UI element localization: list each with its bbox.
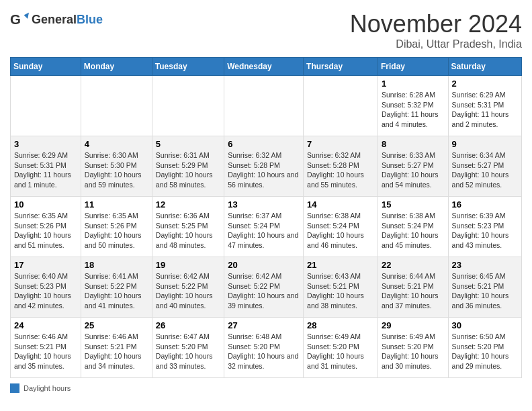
day-info: Sunrise: 6:29 AM Sunset: 5:31 PM Dayligh… <box>14 150 77 190</box>
table-cell: 16Sunrise: 6:39 AM Sunset: 5:23 PM Dayli… <box>448 197 521 257</box>
table-cell: 14Sunrise: 6:38 AM Sunset: 5:24 PM Dayli… <box>304 197 378 257</box>
table-cell <box>81 76 152 136</box>
day-info: Sunrise: 6:46 AM Sunset: 5:21 PM Dayligh… <box>85 332 148 371</box>
day-info: Sunrise: 6:49 AM Sunset: 5:20 PM Dayligh… <box>307 332 374 371</box>
day-info: Sunrise: 6:40 AM Sunset: 5:23 PM Dayligh… <box>14 271 77 311</box>
table-cell: 22Sunrise: 6:44 AM Sunset: 5:21 PM Dayli… <box>378 257 448 318</box>
day-info: Sunrise: 6:35 AM Sunset: 5:26 PM Dayligh… <box>85 211 148 250</box>
day-number: 10 <box>14 199 77 210</box>
table-cell: 12Sunrise: 6:36 AM Sunset: 5:25 PM Dayli… <box>152 197 224 257</box>
header-row: Sunday Monday Tuesday Wednesday Thursday… <box>11 58 522 76</box>
day-number: 9 <box>452 139 518 149</box>
day-number: 29 <box>382 320 445 330</box>
day-info: Sunrise: 6:41 AM Sunset: 5:22 PM Dayligh… <box>85 271 148 311</box>
day-info: Sunrise: 6:38 AM Sunset: 5:24 PM Dayligh… <box>307 211 374 250</box>
day-info: Sunrise: 6:30 AM Sunset: 5:30 PM Dayligh… <box>85 150 148 190</box>
table-cell <box>304 76 378 136</box>
table-cell: 19Sunrise: 6:42 AM Sunset: 5:22 PM Dayli… <box>152 257 224 318</box>
table-cell: 6Sunrise: 6:32 AM Sunset: 5:28 PM Daylig… <box>224 136 304 197</box>
day-number: 23 <box>452 260 518 270</box>
day-info: Sunrise: 6:42 AM Sunset: 5:22 PM Dayligh… <box>156 271 220 311</box>
day-info: Sunrise: 6:38 AM Sunset: 5:24 PM Dayligh… <box>382 211 445 250</box>
table-cell <box>152 76 224 136</box>
logo-text-general: General <box>32 13 77 26</box>
table-cell: 21Sunrise: 6:43 AM Sunset: 5:21 PM Dayli… <box>304 257 378 318</box>
table-cell: 17Sunrise: 6:40 AM Sunset: 5:23 PM Dayli… <box>11 257 81 318</box>
day-info: Sunrise: 6:50 AM Sunset: 5:20 PM Dayligh… <box>452 332 518 371</box>
calendar-body: 1Sunrise: 6:28 AM Sunset: 5:32 PM Daylig… <box>11 76 522 378</box>
day-info: Sunrise: 6:32 AM Sunset: 5:28 PM Dayligh… <box>228 150 300 190</box>
day-number: 1 <box>382 79 445 89</box>
table-cell: 29Sunrise: 6:49 AM Sunset: 5:20 PM Dayli… <box>378 318 448 378</box>
day-info: Sunrise: 6:49 AM Sunset: 5:20 PM Dayligh… <box>382 332 445 371</box>
day-info: Sunrise: 6:29 AM Sunset: 5:31 PM Dayligh… <box>452 90 518 130</box>
location-title: Dibai, Uttar Pradesh, India <box>350 38 522 50</box>
day-info: Sunrise: 6:39 AM Sunset: 5:23 PM Dayligh… <box>452 211 518 250</box>
logo-icon: G <box>10 10 29 29</box>
th-friday: Friday <box>378 58 448 76</box>
table-cell: 5Sunrise: 6:31 AM Sunset: 5:29 PM Daylig… <box>152 136 224 197</box>
day-number: 5 <box>156 139 220 149</box>
day-number: 7 <box>307 139 374 149</box>
day-number: 13 <box>228 199 300 210</box>
table-row: 10Sunrise: 6:35 AM Sunset: 5:26 PM Dayli… <box>11 197 522 257</box>
table-cell: 18Sunrise: 6:41 AM Sunset: 5:22 PM Dayli… <box>81 257 152 318</box>
table-cell: 28Sunrise: 6:49 AM Sunset: 5:20 PM Dayli… <box>304 318 378 378</box>
table-cell: 2Sunrise: 6:29 AM Sunset: 5:31 PM Daylig… <box>448 76 521 136</box>
legend-label: Daylight hours <box>24 384 71 392</box>
day-info: Sunrise: 6:32 AM Sunset: 5:28 PM Dayligh… <box>307 150 374 190</box>
th-wednesday: Wednesday <box>224 58 304 76</box>
table-cell <box>11 76 81 136</box>
table-cell: 23Sunrise: 6:45 AM Sunset: 5:21 PM Dayli… <box>448 257 521 318</box>
day-number: 28 <box>307 320 374 330</box>
table-row: 24Sunrise: 6:46 AM Sunset: 5:21 PM Dayli… <box>11 318 522 378</box>
table-cell: 10Sunrise: 6:35 AM Sunset: 5:26 PM Dayli… <box>11 197 81 257</box>
day-info: Sunrise: 6:28 AM Sunset: 5:32 PM Dayligh… <box>382 90 445 130</box>
table-cell: 9Sunrise: 6:34 AM Sunset: 5:27 PM Daylig… <box>448 136 521 197</box>
day-number: 16 <box>452 199 518 210</box>
table-cell: 11Sunrise: 6:35 AM Sunset: 5:26 PM Dayli… <box>81 197 152 257</box>
day-info: Sunrise: 6:48 AM Sunset: 5:20 PM Dayligh… <box>228 332 300 371</box>
day-info: Sunrise: 6:46 AM Sunset: 5:21 PM Dayligh… <box>14 332 77 371</box>
svg-text:G: G <box>10 11 21 27</box>
day-number: 3 <box>14 139 77 149</box>
day-info: Sunrise: 6:36 AM Sunset: 5:25 PM Dayligh… <box>156 211 220 250</box>
day-number: 4 <box>85 139 148 149</box>
th-thursday: Thursday <box>304 58 378 76</box>
th-saturday: Saturday <box>448 58 521 76</box>
day-number: 18 <box>85 260 148 270</box>
calendar-header: Sunday Monday Tuesday Wednesday Thursday… <box>11 58 522 76</box>
table-row: 3Sunrise: 6:29 AM Sunset: 5:31 PM Daylig… <box>11 136 522 197</box>
day-number: 22 <box>382 260 445 270</box>
day-info: Sunrise: 6:31 AM Sunset: 5:29 PM Dayligh… <box>156 150 220 190</box>
day-number: 20 <box>228 260 300 270</box>
day-number: 2 <box>452 79 518 89</box>
th-sunday: Sunday <box>11 58 81 76</box>
table-cell: 1Sunrise: 6:28 AM Sunset: 5:32 PM Daylig… <box>378 76 448 136</box>
table-cell: 4Sunrise: 6:30 AM Sunset: 5:30 PM Daylig… <box>81 136 152 197</box>
table-row: 1Sunrise: 6:28 AM Sunset: 5:32 PM Daylig… <box>11 76 522 136</box>
month-title: November 2024 <box>350 10 522 38</box>
day-number: 27 <box>228 320 300 330</box>
day-number: 8 <box>382 139 445 149</box>
day-info: Sunrise: 6:35 AM Sunset: 5:26 PM Dayligh… <box>14 211 77 250</box>
day-number: 25 <box>85 320 148 330</box>
table-cell: 24Sunrise: 6:46 AM Sunset: 5:21 PM Dayli… <box>11 318 81 378</box>
day-info: Sunrise: 6:43 AM Sunset: 5:21 PM Dayligh… <box>307 271 374 311</box>
table-cell: 20Sunrise: 6:42 AM Sunset: 5:22 PM Dayli… <box>224 257 304 318</box>
day-number: 12 <box>156 199 220 210</box>
day-number: 17 <box>14 260 77 270</box>
day-info: Sunrise: 6:45 AM Sunset: 5:21 PM Dayligh… <box>452 271 518 311</box>
table-cell: 26Sunrise: 6:47 AM Sunset: 5:20 PM Dayli… <box>152 318 224 378</box>
day-info: Sunrise: 6:33 AM Sunset: 5:27 PM Dayligh… <box>382 150 445 190</box>
header: G GeneralBlue November 2024 Dibai, Uttar… <box>10 10 522 50</box>
table-cell: 27Sunrise: 6:48 AM Sunset: 5:20 PM Dayli… <box>224 318 304 378</box>
day-number: 30 <box>452 320 518 330</box>
day-number: 6 <box>228 139 300 149</box>
logo: G GeneralBlue <box>10 10 103 29</box>
day-number: 15 <box>382 199 445 210</box>
day-info: Sunrise: 6:44 AM Sunset: 5:21 PM Dayligh… <box>382 271 445 311</box>
day-number: 26 <box>156 320 220 330</box>
table-cell: 15Sunrise: 6:38 AM Sunset: 5:24 PM Dayli… <box>378 197 448 257</box>
day-number: 19 <box>156 260 220 270</box>
